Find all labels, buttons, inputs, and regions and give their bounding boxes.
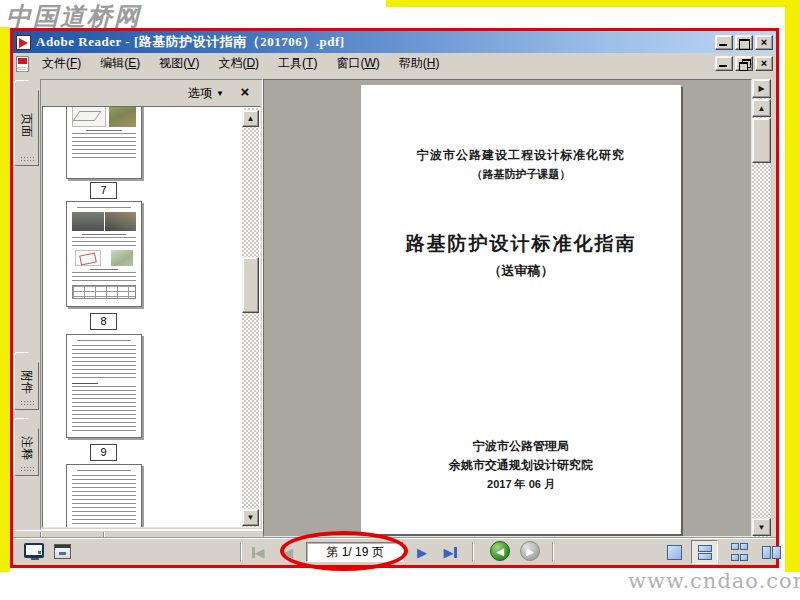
panel-bottom-strip [13, 530, 263, 537]
page-date-line: 2017 年 06 月 [361, 477, 681, 492]
pdf-document-icon[interactable] [16, 56, 29, 72]
mdi-minimize-button[interactable] [715, 56, 733, 71]
statusbar-divider [472, 542, 474, 562]
menu-file[interactable]: 文件(F) [37, 53, 86, 74]
single-page-layout-button[interactable] [663, 542, 685, 562]
maximize-button[interactable] [735, 35, 753, 50]
continuous-facing-icon [731, 554, 739, 561]
tab-grip [20, 156, 34, 161]
thumbnail-list: 7 [42, 106, 261, 528]
panel-options-button[interactable]: 选项 ▼ [184, 83, 228, 103]
page-header-line2: （路基防护子课题） [361, 167, 681, 182]
tab-attachments-label: 附件 [19, 338, 35, 426]
thumb-header-line [77, 340, 131, 341]
adobe-reader-window: Adobe Reader - [路基防护设计指南（201706）.pdf] × … [10, 28, 779, 568]
thumb-caption-line [82, 234, 127, 235]
statusbar-divider [552, 542, 554, 562]
thumb-text-block [72, 475, 136, 528]
tab-pages[interactable]: 页面 [14, 80, 39, 166]
menu-tools[interactable]: 工具(T) [273, 53, 322, 74]
menu-view[interactable]: 视图(V) [154, 53, 204, 74]
scrollbar-thumb[interactable] [242, 257, 259, 313]
page-subtitle: （送审稿） [361, 262, 681, 280]
thumbnail-page-7[interactable] [66, 106, 142, 179]
thumb-figure-row [72, 250, 136, 266]
single-page-icon [667, 545, 682, 560]
fullscreen-button[interactable] [24, 543, 45, 561]
thumb-heading-line [72, 383, 98, 384]
mdi-restore-button[interactable] [735, 56, 753, 71]
panel-close-button[interactable]: × [236, 82, 254, 102]
tab-comments[interactable]: 注释 [14, 418, 39, 476]
scroll-up-icon[interactable]: ▲ [242, 110, 259, 127]
thumb-text-block [72, 386, 136, 432]
facing-icon [762, 546, 771, 559]
thumb-text-block [72, 272, 136, 283]
menu-document[interactable]: 文档(D) [213, 53, 264, 74]
page-org-line2: 余姚市交通规划设计研究院 [361, 457, 681, 474]
thumb-map-image [109, 106, 136, 127]
menu-window[interactable]: 窗口(W) [331, 53, 384, 74]
previous-view-arrow-icon: ◀ [496, 546, 504, 557]
last-page-bar-icon [454, 547, 457, 558]
page-number-9[interactable]: 9 [90, 444, 117, 461]
thumb-text-block [72, 133, 136, 160]
thumb-plant-image [111, 250, 133, 266]
thumbnail-page-8[interactable] [66, 201, 142, 307]
continuous-icon [698, 545, 712, 552]
tab-attachments[interactable]: 附件 [14, 352, 39, 410]
thumb-text-block [72, 345, 136, 380]
facing-layout-button[interactable] [759, 542, 783, 562]
menu-help[interactable]: 帮助(H) [394, 53, 445, 74]
scroll-down-icon[interactable]: ▼ [242, 509, 259, 526]
document-pane[interactable]: 宁波市公路建设工程设计标准化研究 （路基防护子课题） 路基防护设计标准化指南 （… [263, 79, 752, 537]
close-button[interactable]: × [755, 35, 773, 50]
statusbar-divider [240, 542, 242, 562]
facing-icon [772, 546, 781, 559]
continuous-facing-icon [731, 543, 739, 550]
menu-edit[interactable]: 编辑(E) [95, 53, 145, 74]
page-header-line1: 宁波市公路建设工程设计标准化研究 [361, 147, 681, 164]
frame-border-right [785, 0, 800, 572]
navigation-tabstrip: 页面 附件 注释 [13, 74, 40, 537]
previous-view-button[interactable]: ◀ [490, 541, 510, 561]
thumb-photo-row [72, 212, 136, 231]
next-page-button[interactable]: ▶ [410, 542, 434, 562]
frame-border-top [386, 0, 800, 7]
scroll-down-icon[interactable]: ▼ [752, 518, 771, 536]
minimize-button[interactable] [715, 35, 733, 50]
first-page-button[interactable]: ◀ [246, 542, 270, 562]
site-url-watermark: www.cndao.com [628, 569, 800, 593]
red-circle-annotation [280, 531, 408, 571]
scrollbar-thumb[interactable] [752, 118, 771, 163]
continuous-layout-button[interactable] [691, 540, 718, 564]
page-number-8[interactable]: 8 [90, 313, 117, 330]
scroll-up-icon[interactable]: ▲ [752, 99, 771, 117]
hide-toolbar-button[interactable] [54, 544, 71, 559]
thumb-caption-line [90, 269, 119, 270]
thumb-header-line [77, 207, 131, 208]
tab-grip [20, 466, 34, 471]
mdi-close-button[interactable]: × [755, 56, 773, 71]
expand-pane-icon[interactable]: ▶ [752, 79, 771, 98]
continuous-facing-icon [740, 554, 748, 561]
menubar: 文件(F) 编辑(E) 视图(V) 文档(D) 工具(T) 窗口(W) 帮助(H… [13, 53, 776, 74]
pdf-page: 宁波市公路建设工程设计标准化研究 （路基防护子课题） 路基防护设计标准化指南 （… [361, 85, 681, 534]
document-scrollbar[interactable]: ▶ ▲ ▼ [752, 79, 771, 537]
thumbnail-scrollbar[interactable]: ▲ ▼ [242, 108, 259, 528]
next-page-arrow-icon: ▶ [417, 546, 427, 559]
next-view-button[interactable]: ▶ [520, 541, 540, 561]
thumb-text-block [72, 237, 136, 248]
thumb-diagram-image [72, 106, 106, 127]
thumbnail-page-10[interactable] [66, 464, 142, 528]
tab-comments-label: 注释 [19, 404, 35, 492]
page-number-7[interactable]: 7 [90, 182, 117, 199]
adobe-reader-app-icon[interactable] [16, 35, 31, 50]
thumbnail-page-9[interactable] [66, 334, 142, 438]
titlebar: Adobe Reader - [路基防护设计指南（201706）.pdf] × [13, 31, 776, 53]
thumb-table [72, 285, 136, 299]
last-page-arrow-icon: ▶ [444, 546, 454, 559]
thumb-header-line [77, 470, 131, 471]
last-page-button[interactable]: ▶ [438, 542, 462, 562]
continuous-facing-layout-button[interactable] [727, 542, 751, 562]
